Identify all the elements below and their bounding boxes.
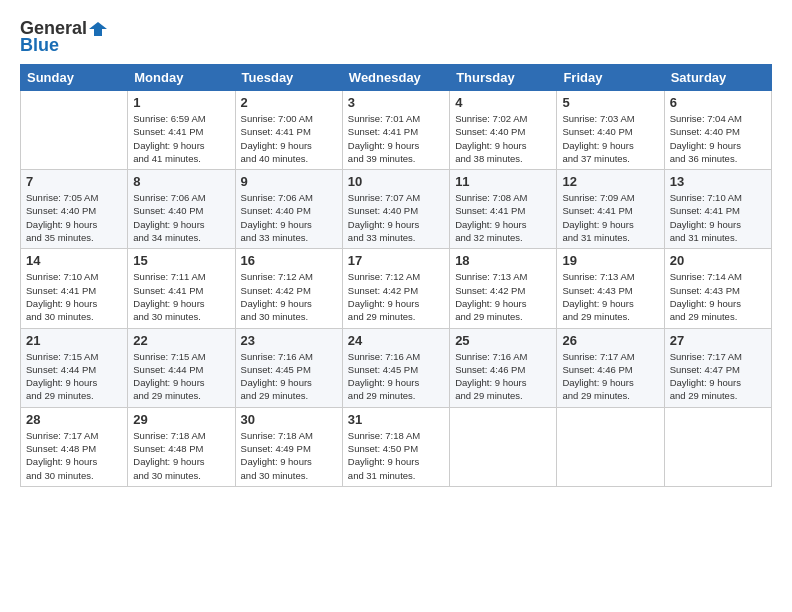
day-info: Sunrise: 7:18 AM Sunset: 4:49 PM Dayligh… [241, 429, 337, 482]
logo-bird-icon [89, 20, 107, 38]
day-info: Sunrise: 7:15 AM Sunset: 4:44 PM Dayligh… [26, 350, 122, 403]
day-info: Sunrise: 7:06 AM Sunset: 4:40 PM Dayligh… [241, 191, 337, 244]
day-number: 27 [670, 333, 766, 348]
calendar-day-cell: 7Sunrise: 7:05 AM Sunset: 4:40 PM Daylig… [21, 170, 128, 249]
calendar-day-cell: 21Sunrise: 7:15 AM Sunset: 4:44 PM Dayli… [21, 328, 128, 407]
calendar-day-cell: 4Sunrise: 7:02 AM Sunset: 4:40 PM Daylig… [450, 91, 557, 170]
calendar-day-cell: 12Sunrise: 7:09 AM Sunset: 4:41 PM Dayli… [557, 170, 664, 249]
day-number: 31 [348, 412, 444, 427]
day-info: Sunrise: 7:06 AM Sunset: 4:40 PM Dayligh… [133, 191, 229, 244]
day-info: Sunrise: 7:17 AM Sunset: 4:47 PM Dayligh… [670, 350, 766, 403]
weekday-header: Sunday [21, 65, 128, 91]
day-number: 20 [670, 253, 766, 268]
calendar-day-cell [450, 407, 557, 486]
day-info: Sunrise: 7:17 AM Sunset: 4:46 PM Dayligh… [562, 350, 658, 403]
day-info: Sunrise: 7:02 AM Sunset: 4:40 PM Dayligh… [455, 112, 551, 165]
calendar-day-cell: 23Sunrise: 7:16 AM Sunset: 4:45 PM Dayli… [235, 328, 342, 407]
day-number: 28 [26, 412, 122, 427]
svg-marker-0 [89, 22, 107, 36]
day-info: Sunrise: 7:16 AM Sunset: 4:45 PM Dayligh… [241, 350, 337, 403]
day-info: Sunrise: 7:12 AM Sunset: 4:42 PM Dayligh… [241, 270, 337, 323]
calendar-day-cell: 13Sunrise: 7:10 AM Sunset: 4:41 PM Dayli… [664, 170, 771, 249]
calendar-day-cell: 17Sunrise: 7:12 AM Sunset: 4:42 PM Dayli… [342, 249, 449, 328]
calendar-day-cell: 30Sunrise: 7:18 AM Sunset: 4:49 PM Dayli… [235, 407, 342, 486]
calendar-day-cell: 28Sunrise: 7:17 AM Sunset: 4:48 PM Dayli… [21, 407, 128, 486]
day-number: 8 [133, 174, 229, 189]
calendar-week-row: 21Sunrise: 7:15 AM Sunset: 4:44 PM Dayli… [21, 328, 772, 407]
calendar-day-cell: 9Sunrise: 7:06 AM Sunset: 4:40 PM Daylig… [235, 170, 342, 249]
calendar-day-cell: 19Sunrise: 7:13 AM Sunset: 4:43 PM Dayli… [557, 249, 664, 328]
day-info: Sunrise: 7:04 AM Sunset: 4:40 PM Dayligh… [670, 112, 766, 165]
calendar-week-row: 14Sunrise: 7:10 AM Sunset: 4:41 PM Dayli… [21, 249, 772, 328]
page-container: General Blue SundayMondayTuesdayWednesda… [0, 0, 792, 497]
weekday-header: Wednesday [342, 65, 449, 91]
calendar-day-cell: 14Sunrise: 7:10 AM Sunset: 4:41 PM Dayli… [21, 249, 128, 328]
day-info: Sunrise: 7:05 AM Sunset: 4:40 PM Dayligh… [26, 191, 122, 244]
day-info: Sunrise: 7:13 AM Sunset: 4:42 PM Dayligh… [455, 270, 551, 323]
weekday-header: Saturday [664, 65, 771, 91]
day-number: 11 [455, 174, 551, 189]
day-number: 14 [26, 253, 122, 268]
day-info: Sunrise: 7:10 AM Sunset: 4:41 PM Dayligh… [670, 191, 766, 244]
day-info: Sunrise: 7:07 AM Sunset: 4:40 PM Dayligh… [348, 191, 444, 244]
day-number: 7 [26, 174, 122, 189]
day-number: 10 [348, 174, 444, 189]
calendar-header-row: SundayMondayTuesdayWednesdayThursdayFrid… [21, 65, 772, 91]
day-number: 3 [348, 95, 444, 110]
calendar-day-cell: 24Sunrise: 7:16 AM Sunset: 4:45 PM Dayli… [342, 328, 449, 407]
calendar-day-cell: 22Sunrise: 7:15 AM Sunset: 4:44 PM Dayli… [128, 328, 235, 407]
day-info: Sunrise: 7:01 AM Sunset: 4:41 PM Dayligh… [348, 112, 444, 165]
weekday-header: Monday [128, 65, 235, 91]
day-number: 13 [670, 174, 766, 189]
calendar-day-cell [21, 91, 128, 170]
calendar-day-cell [664, 407, 771, 486]
day-info: Sunrise: 7:11 AM Sunset: 4:41 PM Dayligh… [133, 270, 229, 323]
day-info: Sunrise: 7:09 AM Sunset: 4:41 PM Dayligh… [562, 191, 658, 244]
day-number: 30 [241, 412, 337, 427]
day-number: 21 [26, 333, 122, 348]
day-number: 18 [455, 253, 551, 268]
weekday-header: Thursday [450, 65, 557, 91]
day-number: 25 [455, 333, 551, 348]
calendar-week-row: 1Sunrise: 6:59 AM Sunset: 4:41 PM Daylig… [21, 91, 772, 170]
day-number: 17 [348, 253, 444, 268]
calendar-day-cell: 6Sunrise: 7:04 AM Sunset: 4:40 PM Daylig… [664, 91, 771, 170]
calendar-day-cell: 27Sunrise: 7:17 AM Sunset: 4:47 PM Dayli… [664, 328, 771, 407]
day-info: Sunrise: 7:03 AM Sunset: 4:40 PM Dayligh… [562, 112, 658, 165]
logo-blue-text: Blue [20, 35, 59, 56]
day-number: 12 [562, 174, 658, 189]
day-info: Sunrise: 7:18 AM Sunset: 4:50 PM Dayligh… [348, 429, 444, 482]
day-number: 19 [562, 253, 658, 268]
calendar-day-cell: 5Sunrise: 7:03 AM Sunset: 4:40 PM Daylig… [557, 91, 664, 170]
day-number: 24 [348, 333, 444, 348]
calendar-day-cell: 31Sunrise: 7:18 AM Sunset: 4:50 PM Dayli… [342, 407, 449, 486]
day-info: Sunrise: 7:13 AM Sunset: 4:43 PM Dayligh… [562, 270, 658, 323]
weekday-header: Friday [557, 65, 664, 91]
calendar-day-cell: 3Sunrise: 7:01 AM Sunset: 4:41 PM Daylig… [342, 91, 449, 170]
day-number: 6 [670, 95, 766, 110]
calendar-day-cell: 20Sunrise: 7:14 AM Sunset: 4:43 PM Dayli… [664, 249, 771, 328]
calendar-day-cell: 16Sunrise: 7:12 AM Sunset: 4:42 PM Dayli… [235, 249, 342, 328]
day-info: Sunrise: 7:16 AM Sunset: 4:46 PM Dayligh… [455, 350, 551, 403]
calendar-day-cell: 25Sunrise: 7:16 AM Sunset: 4:46 PM Dayli… [450, 328, 557, 407]
calendar-day-cell: 8Sunrise: 7:06 AM Sunset: 4:40 PM Daylig… [128, 170, 235, 249]
day-number: 22 [133, 333, 229, 348]
calendar-day-cell: 15Sunrise: 7:11 AM Sunset: 4:41 PM Dayli… [128, 249, 235, 328]
day-number: 4 [455, 95, 551, 110]
calendar-day-cell: 1Sunrise: 6:59 AM Sunset: 4:41 PM Daylig… [128, 91, 235, 170]
day-number: 29 [133, 412, 229, 427]
calendar-table: SundayMondayTuesdayWednesdayThursdayFrid… [20, 64, 772, 487]
day-number: 1 [133, 95, 229, 110]
calendar-day-cell: 11Sunrise: 7:08 AM Sunset: 4:41 PM Dayli… [450, 170, 557, 249]
day-info: Sunrise: 6:59 AM Sunset: 4:41 PM Dayligh… [133, 112, 229, 165]
day-info: Sunrise: 7:17 AM Sunset: 4:48 PM Dayligh… [26, 429, 122, 482]
calendar-day-cell: 26Sunrise: 7:17 AM Sunset: 4:46 PM Dayli… [557, 328, 664, 407]
day-info: Sunrise: 7:08 AM Sunset: 4:41 PM Dayligh… [455, 191, 551, 244]
calendar-week-row: 7Sunrise: 7:05 AM Sunset: 4:40 PM Daylig… [21, 170, 772, 249]
calendar-day-cell: 29Sunrise: 7:18 AM Sunset: 4:48 PM Dayli… [128, 407, 235, 486]
header: General Blue [20, 18, 772, 56]
day-number: 15 [133, 253, 229, 268]
calendar-week-row: 28Sunrise: 7:17 AM Sunset: 4:48 PM Dayli… [21, 407, 772, 486]
calendar-day-cell: 2Sunrise: 7:00 AM Sunset: 4:41 PM Daylig… [235, 91, 342, 170]
day-number: 16 [241, 253, 337, 268]
